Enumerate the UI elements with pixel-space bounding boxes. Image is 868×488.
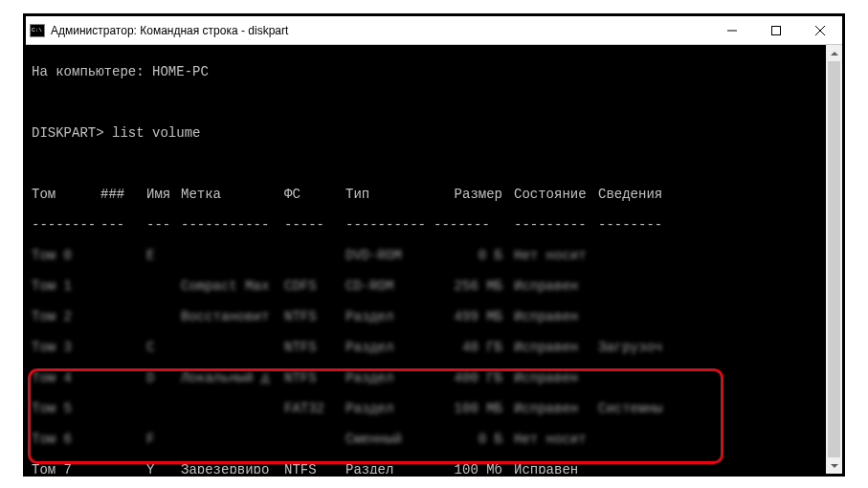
- table-row: Том 0EDVD-ROM0 БНет носит: [32, 248, 836, 263]
- scroll-track[interactable]: [826, 61, 842, 457]
- minimize-icon: [727, 26, 737, 35]
- terminal-output[interactable]: На компьютере: HOME-PC DISKPART> list vo…: [26, 45, 842, 474]
- vertical-scrollbar[interactable]: [826, 45, 842, 474]
- header-status: Состояние: [514, 187, 598, 202]
- scroll-thumb[interactable]: [828, 61, 840, 457]
- table-row: Том 5FAT32Раздел100 МБИсправенСистемны: [32, 401, 836, 416]
- close-icon: [815, 26, 825, 35]
- table-row: Том 4DЛокальный дNTFSРаздел400 ГБИсправе…: [32, 370, 836, 386]
- close-button[interactable]: [798, 16, 842, 44]
- header-ltr: Имя: [146, 187, 181, 202]
- svg-rect-1: [772, 26, 781, 34]
- blank-line: [32, 156, 836, 171]
- header-info: Сведения: [598, 187, 694, 202]
- blank-line: [32, 95, 836, 110]
- svg-marker-4: [831, 52, 838, 55]
- scroll-up-button[interactable]: [826, 45, 842, 61]
- table-row: Том 1Compact MaxCDFSCD-ROM256 МБИсправен: [32, 278, 836, 294]
- window-controls: [710, 16, 842, 44]
- table-row: Том 3CNTFSРаздел40 ГБИсправенЗагрузоч: [32, 340, 836, 355]
- header-size: Размер: [434, 187, 514, 202]
- table-header-row: Том###ИмяМеткаФСТипРазмерСостояниеСведен…: [32, 187, 836, 202]
- table-divider: ----------------------------------------…: [32, 217, 836, 233]
- chevron-up-icon: [831, 52, 838, 55]
- line-computer: На компьютере: HOME-PC: [32, 64, 836, 79]
- table-row: Том 6FСменный0 БНет носит: [32, 432, 836, 447]
- chevron-down-icon: [831, 464, 838, 468]
- table-row: Том 2ВосстановитNTFSРаздел499 МБИсправен: [32, 309, 836, 324]
- window-frame: Администратор: Командная строка - diskpa…: [23, 13, 845, 477]
- maximize-button[interactable]: [754, 16, 798, 44]
- scroll-down-button[interactable]: [826, 457, 842, 474]
- cmd-icon: [30, 24, 45, 37]
- window-title: Администратор: Командная строка - diskpa…: [51, 24, 710, 37]
- header-fs: ФС: [284, 187, 345, 202]
- maximize-icon: [771, 26, 781, 35]
- minimize-button[interactable]: [710, 16, 754, 44]
- svg-marker-5: [831, 464, 838, 468]
- titlebar[interactable]: Администратор: Командная строка - diskpa…: [26, 16, 842, 45]
- header-label: Метка: [181, 187, 284, 202]
- header-volume: Том: [32, 187, 100, 202]
- line-prompt1: DISKPART> list volume: [32, 125, 836, 141]
- header-num: ###: [100, 187, 146, 202]
- table-row-selected: Том 7YЗарезервироNTFSРаздел100 МбИсправе…: [32, 462, 836, 474]
- header-type: Тип: [345, 187, 434, 202]
